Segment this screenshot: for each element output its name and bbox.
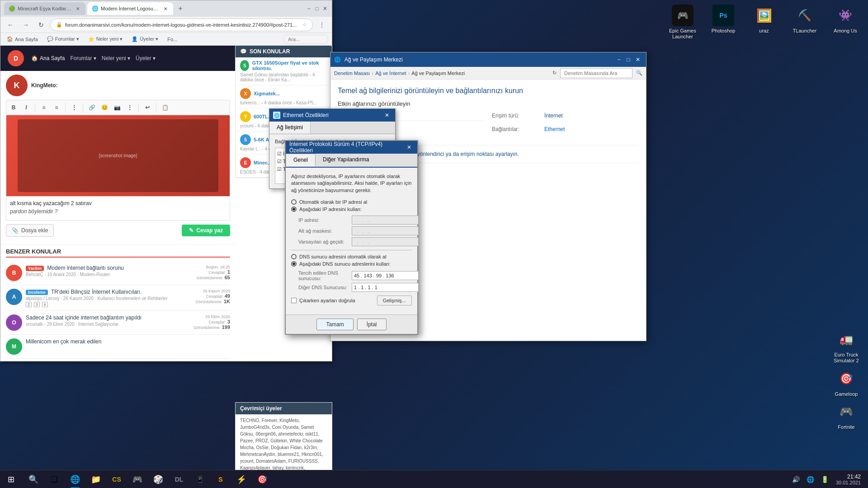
topic-title-2[interactable]: Sadece 24 saat içinde internet bağlantım… bbox=[26, 314, 190, 321]
sk-title-0[interactable]: GTX 1650Süper fiyat ve stok sıkıntısı. bbox=[252, 60, 327, 71]
paste-button[interactable]: 📋 bbox=[160, 102, 170, 113]
emoji-button[interactable]: 😊 bbox=[99, 102, 110, 113]
maximize-button[interactable]: □ bbox=[314, 5, 320, 12]
preferred-dns-input[interactable] bbox=[352, 271, 419, 280]
desktop-icon-among-us[interactable]: 👾 Among Us bbox=[827, 5, 863, 40]
ip-address-input[interactable] bbox=[352, 216, 419, 225]
undo-button[interactable]: ↩ bbox=[142, 102, 153, 113]
desktop-icon-uraz[interactable]: 🖼️ uraz bbox=[746, 5, 782, 40]
more-insert-button[interactable]: ⋮ bbox=[124, 102, 135, 113]
minimize-button[interactable]: − bbox=[306, 5, 312, 12]
gelismis-button[interactable]: Gelişmiş... bbox=[377, 296, 412, 305]
desktop-icon-euro-truck[interactable]: 🚛 Euro Truck Simulator 2 bbox=[828, 328, 864, 364]
auto-ip-radio[interactable]: Otomatik olarak bir IP adresi al bbox=[291, 199, 412, 205]
more-format-button[interactable]: ⋮ bbox=[69, 102, 80, 113]
network-close-button[interactable]: ✕ bbox=[633, 55, 642, 64]
breadcrumb-ag-internet[interactable]: Ağ ve İnternet bbox=[375, 70, 406, 76]
bookmark-uyeler[interactable]: 👤 Üyeler ▾ bbox=[129, 35, 161, 43]
network-maximize-button[interactable]: □ bbox=[624, 55, 633, 64]
tamam-button[interactable]: Tamam bbox=[316, 319, 353, 330]
image-button[interactable]: 📷 bbox=[112, 102, 123, 113]
forward-button[interactable]: → bbox=[19, 19, 32, 31]
ordered-list-button[interactable]: ≡ bbox=[51, 102, 62, 113]
taskbar-dl[interactable]: DL bbox=[169, 470, 189, 488]
sk-title-1[interactable]: Xigmatek... bbox=[254, 91, 280, 96]
tcpip-tab-genel[interactable]: Genel bbox=[286, 154, 316, 167]
tcpip-close-button[interactable]: ✕ bbox=[405, 143, 414, 152]
taskbar-app2[interactable]: S bbox=[211, 470, 231, 488]
taskbar-steam[interactable]: 🎲 bbox=[148, 470, 168, 488]
taskbar-epic[interactable]: 🎮 bbox=[127, 470, 147, 488]
control-panel-search[interactable] bbox=[560, 68, 632, 78]
topic-title-0[interactable]: Modem internet bağlantı sorunu bbox=[47, 265, 123, 271]
start-button[interactable]: ⊞ bbox=[0, 470, 22, 488]
auto-dns-radio[interactable]: DNS sunucu adresini otomatik olarak al bbox=[291, 254, 412, 259]
connections-value[interactable]: Ethernet bbox=[544, 126, 565, 132]
tab-modem[interactable]: 🌐 Modem İnternet Logosu Gidmesi... ✕ bbox=[87, 2, 173, 15]
back-button[interactable]: ← bbox=[4, 19, 17, 31]
modem-tab-close[interactable]: ✕ bbox=[162, 5, 169, 12]
topic-title-3[interactable]: Millenicom en çok merak edilen bbox=[26, 338, 226, 345]
taskbar-app1[interactable]: 📱 bbox=[190, 470, 210, 488]
desktop-icon-epic-games[interactable]: 🎮 Epic Games Launcher bbox=[665, 5, 701, 40]
taskbar-search[interactable]: 🔍 bbox=[24, 470, 43, 488]
close-button[interactable]: ✕ bbox=[322, 5, 328, 12]
refresh-button[interactable]: ↻ bbox=[35, 19, 47, 31]
nav-anasayfa[interactable]: 🏠 Ana Sayfa bbox=[31, 55, 65, 61]
taskbar-explorer[interactable]: 📁 bbox=[86, 470, 106, 488]
reply-button[interactable]: ✎ Cevap yaz bbox=[182, 225, 230, 236]
iptal-button[interactable]: İptal bbox=[357, 319, 387, 330]
network-icon[interactable]: 🌐 bbox=[805, 474, 816, 485]
bookmark-neler-yeni[interactable]: ⭐ Neler yeni ▾ bbox=[85, 35, 126, 43]
breadcrumb-denetim[interactable]: Denetim Masası bbox=[334, 70, 370, 76]
alternate-dns-input[interactable] bbox=[352, 283, 419, 292]
validate-checkbox[interactable] bbox=[291, 298, 297, 303]
nav-neler-yeni[interactable]: Neler yeni ▾ bbox=[102, 55, 130, 61]
desktop-icon-fortnite[interactable]: 🎮 Fortnite bbox=[828, 401, 864, 430]
italic-button[interactable]: I bbox=[21, 102, 32, 113]
attach-file-button[interactable]: 📎 Dosya ekle bbox=[6, 224, 54, 237]
bookmark-fo[interactable]: Fo... bbox=[165, 36, 180, 43]
taskbar-clock[interactable]: 21:42 30.01.2021 bbox=[834, 474, 863, 485]
topic-content-2: Sadece 24 saat içinde internet bağlantım… bbox=[26, 314, 190, 327]
ethernet-tab-ag-iletisimi[interactable]: Ağ İletişimi bbox=[269, 122, 311, 134]
more-options-button[interactable]: ⋮ bbox=[316, 19, 328, 31]
forum-search-input[interactable] bbox=[283, 35, 328, 44]
new-tab-button[interactable]: + bbox=[175, 3, 186, 14]
taskbar-chrome[interactable]: 🌐 bbox=[65, 470, 85, 488]
bold-button[interactable]: B bbox=[8, 102, 19, 113]
volume-icon[interactable]: 🔊 bbox=[791, 474, 802, 485]
list-button[interactable]: ≡ bbox=[38, 102, 49, 113]
nav-forumlar[interactable]: Forumlar ▾ bbox=[70, 55, 96, 61]
anasayfa-label: Ana Sayfa bbox=[15, 37, 38, 42]
battery-icon[interactable]: 🔋 bbox=[820, 474, 830, 485]
gateway-input[interactable] bbox=[352, 237, 419, 246]
refresh-icon[interactable]: ↻ bbox=[552, 70, 557, 76]
desktop-icon-tlauncher[interactable]: ⛏️ TLauncher bbox=[787, 5, 823, 40]
network-minimize-button[interactable]: − bbox=[614, 55, 623, 64]
minecraft-tab-close[interactable]: ✕ bbox=[75, 5, 81, 12]
post-text-line-1: alt kısma kaç yazacağım 2 satırav bbox=[10, 200, 226, 206]
manual-dns-radio[interactable]: Aşağıdaki DNS sunucu adreslerini kullan: bbox=[291, 261, 412, 267]
manual-ip-radio[interactable]: Aşağıdaki IP adresini kullan: bbox=[291, 206, 412, 212]
taskbar-app3[interactable]: ⚡ bbox=[231, 470, 251, 488]
taskbar-game1[interactable]: CS bbox=[107, 470, 127, 488]
subnet-input[interactable] bbox=[352, 226, 419, 235]
url-bar[interactable]: 🔒 forum.donanimarsivi.com/konu/modem-int… bbox=[50, 19, 313, 31]
bookmark-star-icon[interactable]: ☆ bbox=[302, 22, 307, 28]
bookmark-anasayfa[interactable]: 🏠 Ana Sayfa bbox=[4, 35, 41, 43]
tcpip-tab-diger[interactable]: Diğer Yapılandırma bbox=[316, 154, 376, 167]
topic-stats-2: 29 Ekim 2020 Cevaplar: 3 Görüntülenme: 1… bbox=[193, 314, 230, 330]
bookmark-forumlar[interactable]: 💬 Forumlar ▾ bbox=[44, 35, 82, 43]
tab-minecraft[interactable]: 🟢 Minecraft Eşya Kodları (İD'leri) - ✕ bbox=[4, 2, 85, 15]
browser-window-controls: − □ ✕ bbox=[306, 5, 328, 12]
ethernet-close-button[interactable]: ✕ bbox=[382, 111, 392, 120]
desktop-icon-photoshop[interactable]: Ps Photoshop bbox=[705, 5, 741, 40]
link-button[interactable]: 🔗 bbox=[86, 102, 97, 113]
topic-title-1[interactable]: TR'deki Bilinçsiz İnternet Kullanıcıları… bbox=[51, 289, 142, 295]
search-icon[interactable]: 🔍 bbox=[636, 70, 642, 76]
nav-uyeler[interactable]: Üyeler ▾ bbox=[136, 55, 156, 61]
taskbar-game2[interactable]: 🎯 bbox=[252, 470, 272, 488]
desktop-icon-gameloop[interactable]: 🎯 Gameloop bbox=[828, 368, 864, 397]
taskbar-taskview[interactable]: ❏ bbox=[44, 470, 64, 488]
